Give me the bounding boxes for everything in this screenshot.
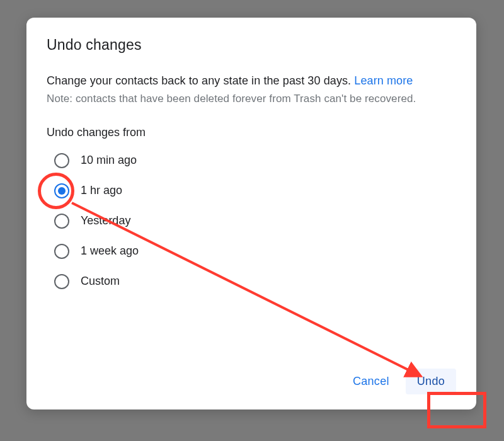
dialog-description: Change your contacts back to any state i… bbox=[47, 72, 456, 89]
radio-label: Custom bbox=[81, 275, 120, 288]
cancel-button[interactable]: Cancel bbox=[341, 369, 401, 394]
undo-changes-dialog: Undo changes Change your contacts back t… bbox=[26, 18, 476, 410]
radio-label: 1 week ago bbox=[81, 244, 139, 258]
radio-group: 10 min ago 1 hr ago Yesterday 1 week ago… bbox=[47, 153, 456, 289]
radio-option-10min[interactable]: 10 min ago bbox=[54, 153, 456, 168]
radio-option-custom[interactable]: Custom bbox=[54, 274, 456, 289]
radio-label: 10 min ago bbox=[81, 154, 137, 167]
radio-icon bbox=[54, 183, 69, 198]
radio-option-yesterday[interactable]: Yesterday bbox=[54, 214, 456, 229]
radio-option-1hr[interactable]: 1 hr ago bbox=[54, 183, 456, 198]
radio-label: 1 hr ago bbox=[81, 184, 122, 197]
section-label: Undo changes from bbox=[47, 126, 456, 139]
learn-more-link[interactable]: Learn more bbox=[354, 74, 413, 87]
radio-icon bbox=[54, 153, 69, 168]
button-row: Cancel Undo bbox=[341, 369, 456, 394]
radio-icon bbox=[54, 214, 69, 229]
description-text: Change your contacts back to any state i… bbox=[47, 74, 354, 87]
dialog-note: Note: contacts that have been deleted fo… bbox=[47, 91, 456, 107]
dialog-title: Undo changes bbox=[47, 37, 456, 54]
radio-label: Yesterday bbox=[81, 214, 130, 227]
radio-icon bbox=[54, 244, 69, 259]
undo-button[interactable]: Undo bbox=[406, 369, 456, 394]
radio-option-1week[interactable]: 1 week ago bbox=[54, 244, 456, 259]
radio-icon bbox=[54, 274, 69, 289]
